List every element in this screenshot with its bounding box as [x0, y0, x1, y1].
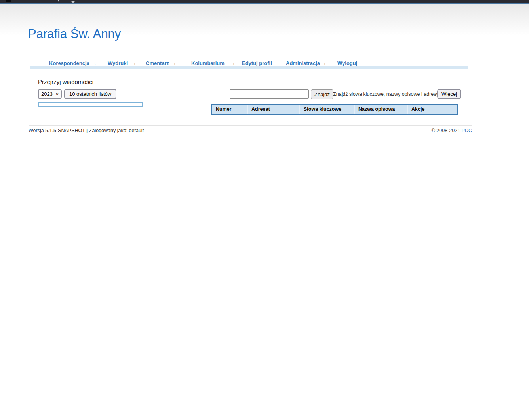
- nav-item-edytuj-profil[interactable]: Edytuj profil: [242, 60, 272, 66]
- browser-tab-fragment: [6, 0, 11, 2]
- nav-arrow-icon: →: [91, 60, 97, 66]
- find-button[interactable]: Znajdź: [311, 89, 333, 99]
- nav-arrow-icon: →: [131, 60, 136, 66]
- messages-table: Numer Adresat Słowa kluczowe Nazwa opiso…: [211, 104, 458, 115]
- column-header-slowa-kluczowe: Słowa kluczowe: [300, 105, 355, 114]
- nav-item-administracja[interactable]: Administracja: [286, 60, 320, 66]
- nav-item-wyloguj[interactable]: Wyloguj: [337, 60, 357, 66]
- nav-item-korespondencja[interactable]: Korespondencja: [49, 60, 89, 66]
- nav-arrow-icon: →: [321, 60, 326, 66]
- browser-globe-icon-fragment: [71, 0, 75, 3]
- nav-arrow-icon: →: [171, 60, 176, 66]
- copyright-text: © 2008-2021: [432, 128, 462, 133]
- more-button[interactable]: Więcej: [437, 89, 461, 99]
- copyright: © 2008-2021 PDC: [29, 128, 472, 133]
- search-hint-text: Znajdź słowa kluczowe, nazwy opisowe i a…: [333, 91, 439, 97]
- footer-divider: [29, 125, 472, 126]
- column-header-numer: Numer: [212, 105, 248, 114]
- page-heading: Przejrzyj wiadomości: [38, 78, 93, 85]
- recent-letters-button[interactable]: 10 ostatnich listów: [64, 89, 116, 99]
- nav-item-wydruki[interactable]: Wydruki: [108, 60, 128, 66]
- pdc-link[interactable]: PDC: [462, 128, 472, 133]
- column-header-akcje: Akcje: [408, 105, 457, 114]
- browser-icon-fragment: [55, 0, 59, 2]
- nav-underline-bar: [30, 66, 468, 69]
- page-title: Parafia Św. Anny: [28, 27, 121, 41]
- browser-chrome-bar: [0, 0, 529, 3]
- column-header-nazwa-opisowa: Nazwa opisowa: [355, 105, 408, 114]
- screen: Parafia Św. Anny Korespondencja → Wydruk…: [0, 0, 529, 420]
- column-header-adresat: Adresat: [248, 105, 300, 114]
- progress-bar: [38, 102, 143, 107]
- search-input[interactable]: [230, 89, 309, 99]
- year-select-value: 2023: [41, 91, 53, 97]
- nav-item-kolumbarium[interactable]: Kolumbarium: [191, 60, 225, 66]
- chevron-down-icon: ∨: [55, 92, 59, 96]
- year-select[interactable]: 2023 ∨: [38, 89, 62, 99]
- nav-arrow-icon: →: [230, 60, 235, 66]
- nav-item-cmentarz[interactable]: Cmentarz: [146, 60, 169, 66]
- main-nav: Korespondencja → Wydruki → Cmentarz → Ko…: [0, 60, 529, 67]
